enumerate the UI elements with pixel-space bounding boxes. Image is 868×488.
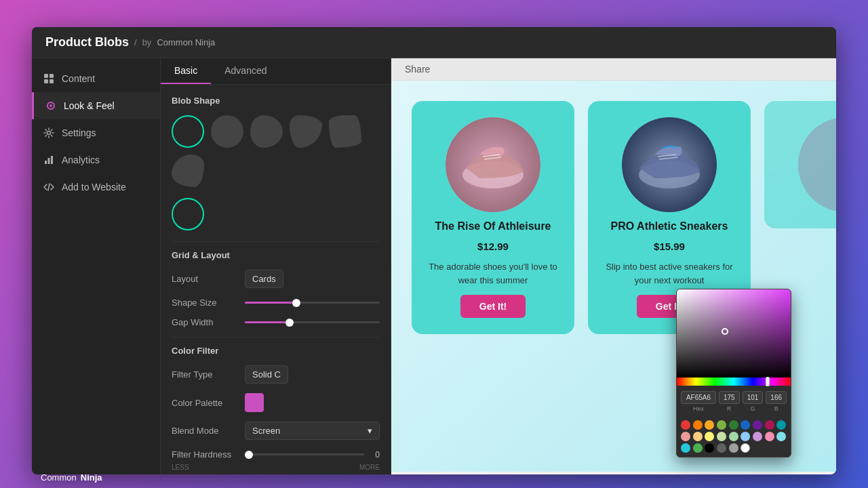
- svg-point-5: [50, 104, 52, 107]
- separator: /: [134, 37, 137, 47]
- hex-input[interactable]: [681, 391, 716, 404]
- swatch-light-yellow[interactable]: [705, 432, 714, 441]
- filter-hardness-slider[interactable]: [245, 453, 364, 455]
- layout-row: Layout Cards: [172, 270, 380, 288]
- swatch-light-red[interactable]: [681, 432, 690, 441]
- blob-shapes-row: [172, 115, 380, 187]
- swatch-black[interactable]: [705, 443, 714, 453]
- hardness-scale: LESS MORE: [172, 464, 380, 471]
- color-gradient-area[interactable]: [677, 289, 791, 378]
- b-label: B: [774, 405, 778, 412]
- product-card-3: [764, 101, 836, 228]
- grid-layout-title: Grid & Layout: [172, 250, 380, 260]
- svg-rect-8: [48, 158, 50, 164]
- footer-brand: Common Ninja: [41, 472, 102, 483]
- filter-type-dropdown[interactable]: Solid C: [245, 365, 288, 384]
- gap-width-fill: [245, 321, 285, 323]
- color-hue-bar[interactable]: [677, 378, 791, 386]
- svg-rect-2: [44, 79, 48, 83]
- swatch-orange[interactable]: [693, 420, 703, 430]
- sidebar-item-add-to-website[interactable]: Add to Website: [32, 174, 160, 201]
- code-icon: [43, 181, 55, 193]
- swatch-pale-green[interactable]: [717, 432, 726, 441]
- sidebar-item-settings[interactable]: Settings: [32, 119, 160, 146]
- gap-width-track: [245, 321, 380, 323]
- swatch-red[interactable]: [681, 420, 690, 430]
- svg-rect-0: [44, 74, 48, 78]
- sidebar-content-label: Content: [62, 73, 95, 84]
- swatch-dark-gray[interactable]: [717, 443, 726, 453]
- blob-shape-0[interactable]: [172, 115, 204, 148]
- preview-panel: Share: [391, 58, 836, 474]
- color-palette-label: Color Palette: [172, 398, 239, 408]
- swatch-gray[interactable]: [729, 443, 738, 453]
- blob-shape-2[interactable]: [250, 115, 283, 148]
- swatch-teal[interactable]: [776, 420, 786, 430]
- swatch-lavender[interactable]: [753, 432, 762, 441]
- layout-dropdown[interactable]: Cards: [245, 270, 283, 288]
- share-bar: Share: [391, 58, 836, 81]
- filter-type-row: Filter Type Solid C: [172, 365, 380, 384]
- blob-shape-1[interactable]: [211, 115, 243, 148]
- blob-shape-5[interactable]: [172, 155, 204, 187]
- sidebar-add-website-label: Add to Website: [62, 182, 126, 192]
- card1-name: The Rise Of Athleisure: [435, 220, 551, 232]
- svg-point-6: [47, 131, 51, 135]
- blend-mode-dropdown[interactable]: Screen ▾: [245, 422, 380, 440]
- gap-width-thumb[interactable]: [285, 319, 294, 327]
- swatch-light-green[interactable]: [717, 420, 726, 430]
- swatch-sky[interactable]: [681, 443, 690, 453]
- shape-size-slider[interactable]: [245, 302, 380, 304]
- sidebar-item-analytics[interactable]: Analytics: [32, 146, 160, 174]
- color-swatches-grid: [677, 418, 791, 457]
- filter-type-value: Solid C: [252, 369, 281, 380]
- b-input[interactable]: [766, 391, 787, 404]
- color-picker-popup: Hex R G B: [676, 289, 791, 458]
- divider-1: [172, 241, 380, 242]
- filter-hardness-thumb[interactable]: [245, 451, 253, 459]
- swatch-mint[interactable]: [729, 432, 738, 441]
- chart-icon: [43, 154, 55, 166]
- filter-hardness-row: Filter Hardness 0: [172, 449, 380, 460]
- card1-get-it-button[interactable]: Get It!: [460, 295, 526, 318]
- tab-basic[interactable]: Basic: [161, 58, 211, 84]
- layout-label: Layout: [172, 274, 239, 284]
- by-label: by: [142, 37, 152, 47]
- shape-size-thumb[interactable]: [292, 299, 300, 307]
- product-image-1: [446, 117, 540, 212]
- blob-shape-3[interactable]: [290, 115, 322, 148]
- swatch-dark-blue[interactable]: [741, 420, 750, 430]
- tab-bar: Basic Advanced: [161, 58, 391, 85]
- sidebar-item-content[interactable]: Content: [32, 65, 160, 92]
- swatch-light-blue[interactable]: [741, 432, 750, 441]
- color-hue-thumb: [766, 377, 770, 386]
- gap-width-row: Gap Width: [172, 317, 380, 327]
- color-inputs: Hex R G B: [677, 386, 791, 418]
- sidebar-look-feel-label: Look & Feel: [64, 100, 115, 111]
- tab-advanced[interactable]: Advanced: [211, 58, 280, 84]
- swatch-rose[interactable]: [765, 432, 774, 441]
- swatch-dark-green[interactable]: [729, 420, 738, 430]
- swatch-white[interactable]: [741, 443, 750, 453]
- g-input[interactable]: [743, 391, 764, 404]
- swatch-pink[interactable]: [765, 420, 774, 430]
- swatch-light-orange[interactable]: [693, 432, 703, 441]
- color-palette-swatch[interactable]: [245, 393, 264, 412]
- gap-width-label: Gap Width: [172, 317, 239, 327]
- swatch-cyan[interactable]: [776, 432, 786, 441]
- footer-ninja: Ninja: [81, 472, 102, 483]
- footer-common: Common: [41, 472, 77, 483]
- gap-width-slider[interactable]: [245, 321, 380, 323]
- hex-input-group: Hex: [681, 391, 716, 412]
- sidebar-item-look-feel[interactable]: Look & Feel: [32, 92, 160, 119]
- hex-label: Hex: [693, 405, 704, 412]
- blob-shape-4[interactable]: [329, 115, 361, 148]
- r-input[interactable]: [719, 391, 740, 404]
- swatch-green[interactable]: [693, 443, 703, 453]
- svg-rect-7: [45, 161, 47, 164]
- swatch-purple[interactable]: [753, 420, 762, 430]
- panel-content[interactable]: Blob Shape Grid & Layout: [161, 85, 391, 474]
- filter-hardness-label: Filter Hardness: [172, 449, 239, 460]
- less-label: LESS: [172, 464, 189, 471]
- swatch-yellow[interactable]: [705, 420, 714, 430]
